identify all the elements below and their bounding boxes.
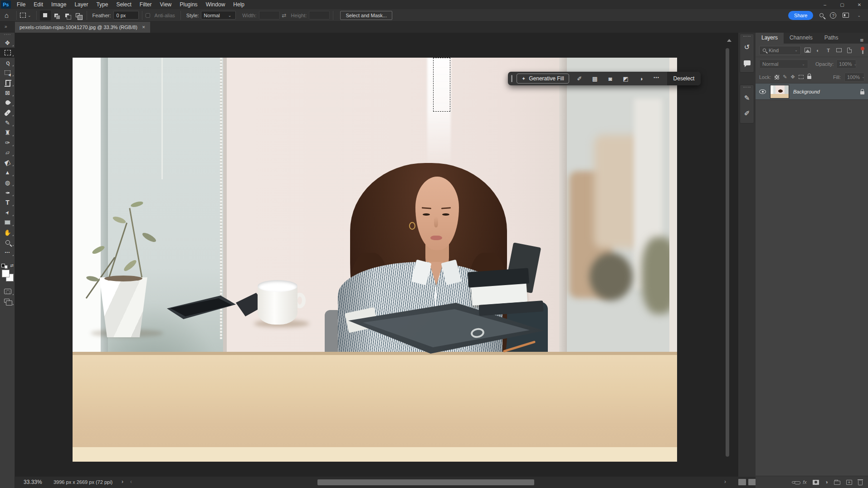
lock-position-button[interactable]: ✥ <box>791 74 795 80</box>
hand-tool[interactable]: ✋ <box>0 227 15 237</box>
tool-preset-chevron-icon[interactable]: ⌄ <box>28 13 31 18</box>
deselect-button[interactable]: Deselect <box>667 72 701 85</box>
dodge-tool[interactable]: ◍ <box>0 177 15 187</box>
delete-layer-button[interactable] <box>858 479 863 485</box>
filter-smart-objects-button[interactable] <box>845 48 853 53</box>
link-layers-button[interactable] <box>792 481 797 483</box>
select-and-mask-button[interactable]: Select and Mask... <box>340 11 392 20</box>
add-to-selection-button[interactable] <box>51 10 62 20</box>
eyedropper-tool[interactable] <box>0 98 15 108</box>
menu-filter[interactable]: Filter <box>136 0 156 9</box>
canvas-area[interactable]: ✦ Generative Fill ✐▩◙◩◑••• Deselect <box>15 33 738 477</box>
lock-artboard-button[interactable] <box>799 75 804 79</box>
subtract-from-selection-button[interactable] <box>62 10 73 20</box>
menu-select[interactable]: Select <box>112 0 135 9</box>
layer-name[interactable]: Background <box>793 89 820 94</box>
move-tool[interactable]: ✥ <box>0 38 15 48</box>
minimize-button[interactable]: – <box>816 2 834 7</box>
maximize-button[interactable]: ▢ <box>834 2 851 7</box>
toolbar-overflow-chevron-icon[interactable]: » <box>5 24 7 29</box>
filter-type-layers-button[interactable]: T <box>824 48 832 53</box>
brushes-icon[interactable]: ✐ <box>740 106 754 121</box>
layer-lock-icon[interactable] <box>860 91 864 94</box>
style-select[interactable]: Normal ⌄ <box>201 11 236 20</box>
toolbar-grip[interactable] <box>4 34 10 37</box>
close-tab-icon[interactable]: ✕ <box>142 25 146 30</box>
current-tool-icon[interactable] <box>20 13 26 18</box>
layer-row-background[interactable]: Background <box>756 84 868 100</box>
quick-mask-mode[interactable] <box>0 286 15 296</box>
path-selection-tool[interactable]: ➤ <box>0 207 15 217</box>
foreground-background-swatches[interactable] <box>2 270 14 281</box>
blend-mode-select[interactable]: Normal ⌄ <box>759 59 808 69</box>
filter-adjustment-layers-button[interactable]: ◐ <box>814 48 822 53</box>
default-colors-icon[interactable]: ⇄ <box>0 263 15 269</box>
scroll-right-chevron-icon[interactable]: › <box>724 478 726 485</box>
document-canvas[interactable] <box>73 58 677 462</box>
invert-selection-icon[interactable]: ◑ <box>634 75 649 82</box>
color-swatches[interactable]: ⇄ <box>0 257 15 286</box>
group-grip[interactable] <box>743 87 751 89</box>
selection-marquee[interactable] <box>433 58 450 112</box>
paint-bucket-tool[interactable]: ◩ <box>0 158 15 168</box>
edit-toolbar[interactable]: ••• <box>0 247 15 257</box>
tab-channels[interactable]: Channels <box>784 32 819 44</box>
layer-thumbnail[interactable] <box>770 85 789 99</box>
blur-tool[interactable]: ▲ <box>0 168 15 177</box>
help-icon[interactable]: ? <box>830 12 836 19</box>
swap-colors-icon[interactable]: ⇄ <box>10 263 14 268</box>
menu-layer[interactable]: Layer <box>70 0 92 9</box>
fill-selection-icon[interactable]: ◩ <box>618 75 634 82</box>
status-back-chevron-icon[interactable]: ‹ <box>130 478 132 485</box>
filter-kind-select[interactable]: Kind ⌄ <box>759 46 801 55</box>
filter-shape-layers-button[interactable] <box>835 48 843 52</box>
tab-layers[interactable]: Layers <box>756 32 784 44</box>
height-input[interactable] <box>309 11 330 20</box>
layer-style-button[interactable]: fx <box>803 479 807 485</box>
scrollbar-corner-box[interactable] <box>738 479 746 485</box>
new-layer-button[interactable]: + <box>846 480 852 485</box>
history-brush-tool[interactable]: ✑ <box>0 138 15 148</box>
feather-input[interactable]: 0 px <box>113 11 139 20</box>
horizontal-scrollbar[interactable] <box>317 479 534 485</box>
chevron-down-icon[interactable]: ⌄ <box>857 13 861 18</box>
crop-tool[interactable] <box>0 78 15 88</box>
rectangular-marquee-tool[interactable] <box>0 48 15 58</box>
panel-menu-icon[interactable]: ≡ <box>860 37 868 44</box>
type-tool[interactable]: T <box>0 197 15 207</box>
scrollbar-up-arrow[interactable] <box>727 39 731 42</box>
brush-settings-icon[interactable]: ✎ <box>740 90 754 106</box>
menu-type[interactable]: Type <box>92 0 112 9</box>
zoom-tool[interactable] <box>0 237 15 247</box>
rectangle-tool[interactable] <box>0 217 15 227</box>
lock-image-pixels-button[interactable]: ✎ <box>783 74 787 80</box>
filter-pixel-layers-button[interactable] <box>804 48 811 53</box>
menu-plugins[interactable]: Plugins <box>176 0 201 9</box>
selection-brush-icon[interactable]: ✐ <box>572 75 587 82</box>
menu-help[interactable]: Help <box>229 0 249 9</box>
home-button[interactable]: ⌂ <box>0 11 13 19</box>
feather-selection-icon[interactable]: ▩ <box>587 75 603 82</box>
vertical-scrollbar[interactable] <box>726 48 729 457</box>
add-layer-mask-button[interactable] <box>813 480 819 485</box>
menu-edit[interactable]: Edit <box>29 0 47 9</box>
fill-input[interactable]: 100% ⌄ <box>844 73 864 82</box>
brush-tool[interactable]: ✎ <box>0 118 15 128</box>
screen-mode[interactable] <box>0 296 15 306</box>
share-button[interactable]: Share <box>788 11 813 20</box>
spot-healing-brush-tool[interactable] <box>0 108 15 118</box>
search-icon[interactable] <box>819 13 824 17</box>
status-chevron-icon[interactable]: › <box>122 478 123 485</box>
width-input[interactable] <box>259 11 280 20</box>
taskbar-drag-handle[interactable] <box>511 75 512 82</box>
workspace-icon[interactable] <box>843 13 849 18</box>
opacity-input[interactable]: 100% ⌄ <box>836 59 856 69</box>
generative-fill-button[interactable]: ✦ Generative Fill <box>517 74 569 84</box>
close-button[interactable]: ✕ <box>851 2 868 7</box>
menu-window[interactable]: Window <box>202 0 229 9</box>
tab-paths[interactable]: Paths <box>819 32 844 44</box>
foreground-color-swatch[interactable] <box>2 270 10 277</box>
layer-visibility-eye-icon[interactable] <box>759 89 766 94</box>
pen-tool[interactable]: ✒ <box>0 187 15 197</box>
layer-filter-toggle[interactable] <box>861 47 864 54</box>
